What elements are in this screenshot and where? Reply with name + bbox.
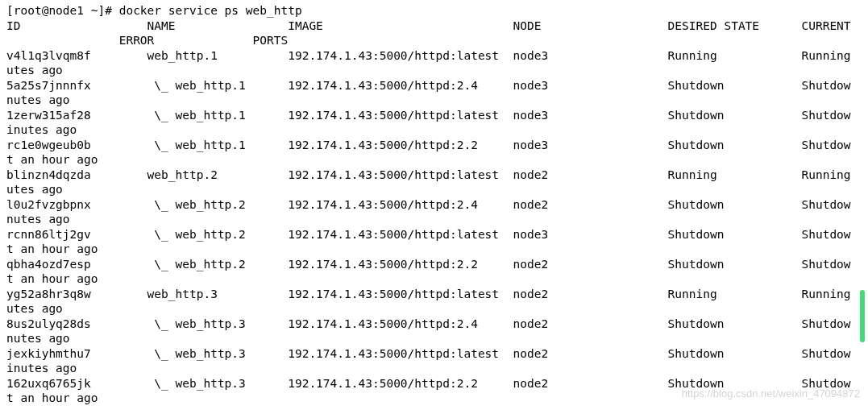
scrollbar-thumb[interactable] xyxy=(860,290,865,342)
terminal-output: [root@node1 ~]# docker service ps web_ht… xyxy=(0,0,868,409)
